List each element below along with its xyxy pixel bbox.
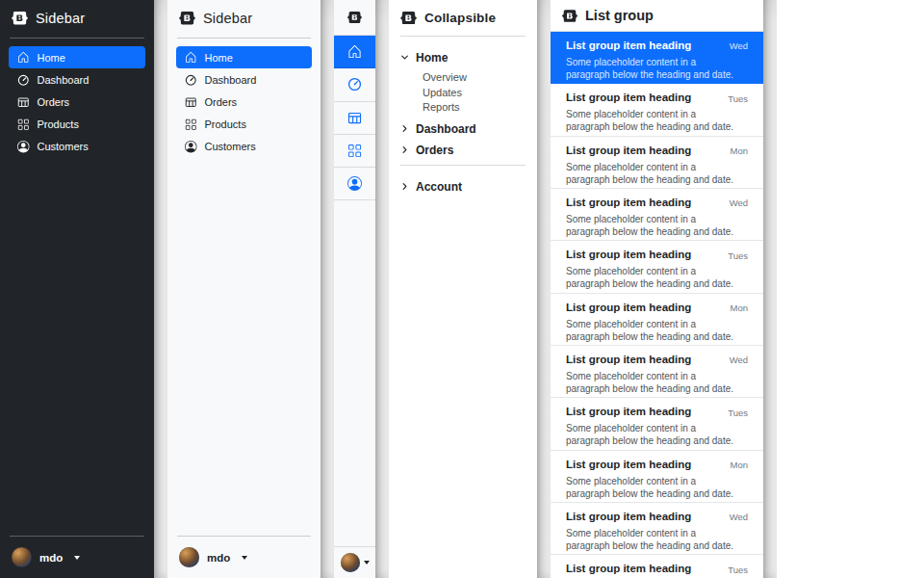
list-group-item[interactable]: List group item headingMonSome placehold… xyxy=(551,451,763,503)
tree-item-label: Orders xyxy=(416,144,453,157)
list-group-item[interactable]: List group item headingWedSome placehold… xyxy=(551,503,763,555)
nav-item-label: Home xyxy=(38,52,65,64)
list-item-body: Some placeholder content in a paragraph … xyxy=(566,56,735,81)
tree-item-orders[interactable]: Orders xyxy=(400,140,526,160)
nav-item-label: Products xyxy=(38,118,79,130)
list-group-item[interactable]: List group item headingTuesSome placehol… xyxy=(551,84,763,136)
list-group-item[interactable]: List group item headingMonSome placehold… xyxy=(551,294,763,346)
tree-subitem-updates[interactable]: Updates xyxy=(423,85,526,100)
user-dropdown[interactable]: mdo xyxy=(0,541,154,578)
icon-nav-item-home[interactable] xyxy=(334,36,375,68)
list-item-date: Wed xyxy=(730,512,748,522)
chevron-right-icon xyxy=(400,182,409,191)
brand-link[interactable]: Sidebar xyxy=(167,0,321,33)
tree-subitem-overview[interactable]: Overview xyxy=(423,69,526,85)
house-icon xyxy=(347,44,362,59)
brand-title: Sidebar xyxy=(36,11,85,26)
nav-item-label: Orders xyxy=(205,96,238,108)
divider xyxy=(10,536,144,537)
icon-nav-item-customers[interactable] xyxy=(334,168,375,200)
nav-item-dashboard[interactable]: Dashboard xyxy=(9,68,145,91)
list-item-heading: List group item heading xyxy=(566,144,691,159)
speedometer-icon xyxy=(347,77,362,92)
list-item-body: Some placeholder content in a paragraph … xyxy=(566,318,735,343)
tree-item-dashboard[interactable]: Dashboard xyxy=(400,118,526,139)
list-item-header-row: List group item headingMon xyxy=(566,301,748,316)
list-item-heading: List group item heading xyxy=(566,405,691,420)
collapsible-tree: HomeOverviewUpdatesReportsDashboardOrder… xyxy=(389,37,537,161)
list-group-item[interactable]: List group item headingTuesSome placehol… xyxy=(551,241,763,293)
nav-item-products[interactable]: Products xyxy=(176,114,312,136)
nav-item-customers[interactable]: Customers xyxy=(176,136,312,158)
list-item-body: Some placeholder content in a paragraph … xyxy=(566,527,735,552)
brand-link[interactable]: Collapsible xyxy=(389,0,537,32)
nav-item-label: Dashboard xyxy=(38,74,90,86)
list-item-heading: List group item heading xyxy=(566,301,691,316)
list-item-date: Tues xyxy=(728,93,748,104)
grid-icon xyxy=(347,144,362,158)
tree-item-label: Account xyxy=(416,180,462,194)
list-group-item[interactable]: List group item headingTuesSome placehol… xyxy=(551,555,763,578)
speedometer-icon xyxy=(185,74,197,87)
brand-link[interactable] xyxy=(334,0,375,36)
list-item-heading: List group item heading xyxy=(566,510,691,525)
nav-item-home[interactable]: Home xyxy=(176,46,312,68)
list-item-heading: List group item heading xyxy=(566,39,691,54)
list-group-item[interactable]: List group item headingWedSome placehold… xyxy=(551,189,763,241)
nav-item-orders[interactable]: Orders xyxy=(176,91,312,113)
nav-item-label: Customers xyxy=(38,141,89,152)
list-group-item[interactable]: List group item headingMonSome placehold… xyxy=(551,137,763,189)
divider xyxy=(177,536,311,537)
user-name: mdo xyxy=(207,552,230,564)
example-divider xyxy=(321,0,334,578)
house-icon xyxy=(185,51,197,64)
speedometer-icon xyxy=(17,74,30,87)
list-item-heading: List group item heading xyxy=(566,562,691,577)
caret-down-icon xyxy=(74,556,80,560)
list-item-date: Wed xyxy=(730,197,748,208)
tree-item-home[interactable]: Home xyxy=(400,47,526,67)
nav-light: HomeDashboardOrdersProductsCustomers xyxy=(167,43,321,531)
list-item-heading: List group item heading xyxy=(566,353,691,368)
nav-item-label: Home xyxy=(205,52,233,64)
example-divider xyxy=(763,0,777,578)
tree-item-account[interactable]: Account xyxy=(400,176,526,197)
user-dropdown[interactable]: mdo xyxy=(167,541,321,578)
tree-subitem-reports[interactable]: Reports xyxy=(423,100,526,116)
brand-link[interactable]: Sidebar xyxy=(0,0,154,33)
nav-item-dashboard[interactable]: Dashboard xyxy=(176,68,312,91)
chevron-right-icon xyxy=(400,124,409,133)
list-item-body: Some placeholder content in a paragraph … xyxy=(566,213,735,238)
person-circle-icon xyxy=(347,176,362,191)
list-group-item[interactable]: List group item headingWedSome placehold… xyxy=(551,346,763,398)
nav-item-products[interactable]: Products xyxy=(9,114,145,136)
nav-item-home[interactable]: Home xyxy=(9,46,145,68)
icon-nav-item-dashboard[interactable] xyxy=(334,68,375,101)
list-item-header-row: List group item headingTues xyxy=(566,562,748,577)
list-item-body: Some placeholder content in a paragraph … xyxy=(566,265,735,290)
list-item-heading: List group item heading xyxy=(566,196,691,211)
list-item-heading: List group item heading xyxy=(566,91,691,106)
list-item-header-row: List group item headingTues xyxy=(566,91,748,106)
nav-item-label: Customers xyxy=(205,141,256,152)
nav-item-label: Orders xyxy=(38,96,70,108)
list-group-header-link[interactable]: List group xyxy=(551,0,763,32)
table-icon xyxy=(347,111,362,125)
bootstrap-logo-icon xyxy=(12,12,28,25)
icon-nav-item-products[interactable] xyxy=(334,135,375,168)
list-group-item[interactable]: List group item headingTuesSome placehol… xyxy=(551,398,763,450)
caret-down-icon xyxy=(242,556,247,560)
list-group-item[interactable]: List group item headingWedSome placehold… xyxy=(551,32,763,84)
list-item-header-row: List group item headingMon xyxy=(566,144,748,159)
nav-item-orders[interactable]: Orders xyxy=(9,91,145,113)
person-circle-icon xyxy=(185,141,197,153)
icon-nav-item-orders[interactable] xyxy=(334,102,375,135)
list-group-panel: List group List group item headingWedSom… xyxy=(551,0,763,578)
nav-item-customers[interactable]: Customers xyxy=(9,136,145,158)
user-dropdown[interactable] xyxy=(334,546,375,578)
nav-icons xyxy=(334,36,375,200)
list-item-date: Tues xyxy=(728,565,748,575)
bootstrap-logo-icon xyxy=(562,10,578,22)
nav-dark: HomeDashboardOrdersProductsCustomers xyxy=(0,43,154,531)
tree-item-label: Home xyxy=(416,51,448,65)
